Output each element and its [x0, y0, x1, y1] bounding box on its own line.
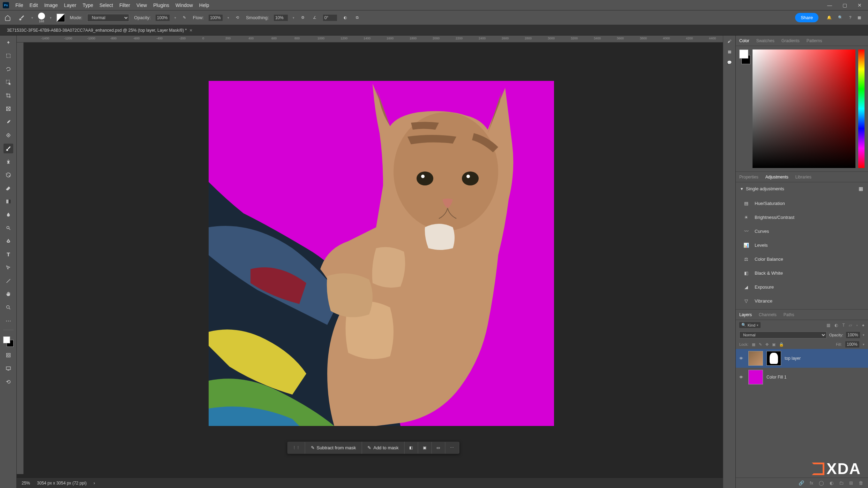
tab-color[interactable]: Color — [739, 38, 749, 43]
layer-name[interactable]: Color Fill 1 — [766, 375, 786, 380]
object-selection-tool[interactable] — [3, 77, 13, 87]
comments-panel-icon[interactable]: 💬 — [727, 60, 732, 65]
zoom-tool[interactable] — [3, 303, 13, 312]
filter-type-icon[interactable]: T — [842, 323, 845, 328]
more-tools-icon[interactable]: ⋯ — [3, 316, 13, 326]
blur-tool[interactable] — [3, 210, 13, 220]
more-options-icon[interactable]: ⋯ — [445, 442, 459, 453]
bell-icon[interactable]: 🔔 — [827, 15, 832, 20]
chevron-right-icon[interactable]: › — [93, 481, 95, 486]
history-brush-tool[interactable] — [3, 170, 13, 180]
eraser-tool[interactable] — [3, 183, 13, 193]
document-tab[interactable]: 3E71533C-3F5E-47B9-A6B3-38A072CC7AA9_enh… — [3, 26, 196, 35]
tab-layers[interactable]: Layers — [739, 312, 752, 317]
foreground-color[interactable] — [3, 336, 10, 343]
mask-options-icon[interactable]: ▣ — [418, 442, 432, 453]
current-tool-brush-icon[interactable] — [17, 13, 27, 23]
screen-mode-icon[interactable] — [3, 364, 13, 373]
menu-help[interactable]: Help — [199, 2, 209, 8]
edit-toolbar-icon[interactable]: ⟲ — [3, 377, 13, 387]
grid-view-icon[interactable]: ▦ — [859, 186, 863, 191]
gradient-tool[interactable] — [3, 197, 13, 206]
maximize-icon[interactable]: ▢ — [843, 2, 847, 8]
hue-slider[interactable] — [858, 49, 865, 168]
tab-libraries[interactable]: Libraries — [795, 175, 811, 180]
adjustment-vibrance[interactable]: ▽Vibrance — [736, 294, 868, 308]
subtract-mask-button[interactable]: ✎ Subtract from mask — [305, 442, 362, 454]
crop-tool[interactable] — [3, 91, 13, 100]
spot-healing-tool[interactable] — [3, 130, 13, 140]
opacity-input[interactable] — [156, 15, 170, 21]
pen-tool[interactable] — [3, 236, 13, 246]
move-tool[interactable] — [3, 38, 13, 47]
hand-tool[interactable] — [3, 289, 13, 299]
menu-file[interactable]: File — [15, 2, 23, 8]
lock-all-icon[interactable]: 🔒 — [779, 342, 784, 347]
layer-row-top[interactable]: 👁 top layer — [736, 349, 868, 368]
brush-preset-picker[interactable]: 168 — [38, 13, 45, 23]
tab-channels[interactable]: Channels — [759, 312, 777, 317]
lock-transparency-icon[interactable]: ▦ — [752, 342, 755, 347]
frame-tool[interactable] — [3, 104, 13, 114]
drag-handle-icon[interactable]: ⋮⋮ — [287, 442, 305, 453]
type-tool[interactable] — [3, 250, 13, 259]
apply-mask-icon[interactable]: ▭ — [432, 442, 445, 453]
menu-edit[interactable]: Edit — [30, 2, 38, 8]
workspace-icon[interactable]: ▦ — [858, 15, 861, 20]
filter-pixel-icon[interactable]: ▦ — [826, 323, 830, 328]
home-button[interactable] — [3, 14, 12, 22]
app-logo[interactable]: Ps — [3, 2, 9, 8]
foreground-background-swatch[interactable] — [3, 336, 14, 347]
marquee-tool[interactable] — [3, 51, 13, 61]
layer-name[interactable]: top layer — [785, 356, 801, 361]
chevron-down-icon[interactable]: ▾ — [293, 16, 294, 20]
brush-tool[interactable] — [3, 144, 13, 153]
line-tool[interactable] — [3, 276, 13, 286]
zoom-value[interactable]: 25% — [22, 481, 30, 486]
layer-filter-select[interactable]: 🔍 Kind ▾ — [739, 322, 761, 328]
delete-layer-icon[interactable]: 🗑 — [859, 480, 863, 486]
lock-artboard-icon[interactable]: ▣ — [772, 342, 776, 347]
tab-paths[interactable]: Paths — [784, 312, 794, 317]
filter-smart-icon[interactable]: ▫ — [856, 323, 858, 328]
menu-layer[interactable]: Layer — [64, 2, 76, 8]
brushes-panel-icon[interactable]: 🖌 — [727, 39, 731, 43]
vertical-ruler[interactable] — [17, 43, 24, 474]
layer-thumbnail[interactable] — [748, 370, 763, 384]
dodge-tool[interactable] — [3, 223, 13, 233]
artboard[interactable] — [209, 81, 554, 426]
tab-patterns[interactable]: Patterns — [807, 38, 822, 43]
chevron-down-icon[interactable]: ▾ — [863, 333, 865, 337]
menu-plugins[interactable]: Plugins — [153, 2, 169, 8]
history-panel-icon[interactable]: ▦ — [728, 49, 731, 54]
link-layers-icon[interactable]: 🔗 — [799, 480, 804, 486]
pressure-opacity-icon[interactable]: ✎ — [181, 14, 188, 21]
new-group-icon[interactable]: 🗀 — [839, 480, 844, 486]
panel-foreground-swatch[interactable] — [739, 49, 748, 59]
close-icon[interactable]: ✕ — [858, 2, 862, 8]
chevron-down-icon[interactable]: ▾ — [50, 16, 52, 20]
layer-row-colorfill[interactable]: 👁 Color Fill 1 — [736, 368, 868, 387]
adjustment-color-balance[interactable]: ⚖Color Balance — [736, 252, 868, 266]
color-field[interactable] — [753, 49, 855, 168]
color-fg-bg[interactable] — [739, 49, 750, 168]
symmetry-icon[interactable]: ⧉ — [354, 14, 361, 21]
chevron-down-icon[interactable]: ▾ — [174, 16, 176, 20]
chevron-down-icon[interactable]: ▾ — [31, 16, 33, 20]
tab-gradients[interactable]: Gradients — [781, 38, 800, 43]
adjustment-exposure[interactable]: ◢Exposure — [736, 280, 868, 294]
minimize-icon[interactable]: — — [827, 2, 832, 8]
path-selection-tool[interactable] — [3, 263, 13, 273]
new-adjustment-icon[interactable]: ◐ — [830, 480, 833, 486]
quick-mask-icon[interactable] — [3, 350, 13, 360]
clone-stamp-tool[interactable] — [3, 157, 13, 167]
adjustment-hue-saturation[interactable]: ▤Hue/Saturation — [736, 196, 868, 210]
menu-filter[interactable]: Filter — [119, 2, 130, 8]
horizontal-ruler[interactable]: -1400-1200-1000-800-600-400-200020040060… — [17, 36, 723, 43]
canvas[interactable]: ⋮⋮ ✎ Subtract from mask ✎ Add to mask ◧ … — [24, 43, 723, 478]
adjustment-levels[interactable]: 📊Levels — [736, 238, 868, 252]
adjustment-black-white[interactable]: ◧Black & White — [736, 266, 868, 280]
flow-input[interactable] — [209, 15, 223, 21]
filter-shape-icon[interactable]: ▱ — [849, 323, 852, 328]
tab-adjustments[interactable]: Adjustments — [765, 175, 788, 180]
